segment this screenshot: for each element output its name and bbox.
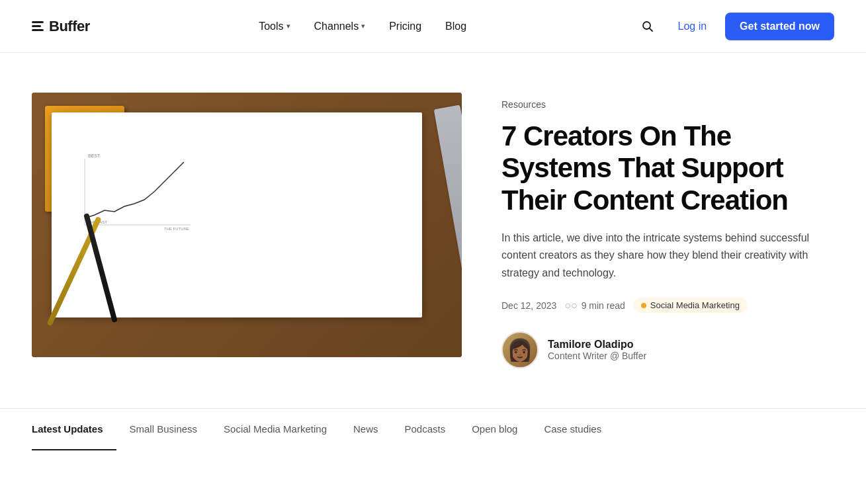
logo-text: Buffer [49,18,90,35]
author-row: 👩🏾 Tamilore Oladipo Content Writer @ Buf… [501,331,834,368]
tab-social-media-marketing[interactable]: Social Media Marketing [210,409,340,450]
ruler [434,105,462,279]
nav-item-channels[interactable]: Channels ▾ [305,15,375,38]
article-date: Dec 12, 2023 [501,300,556,311]
clock-icon: ○○ [564,300,577,312]
main-nav: Tools ▾ Channels ▾ Pricing Blog [249,15,476,38]
tab-news[interactable]: News [340,409,392,450]
hero-image: BEST THE PAST THE FUTURE [32,93,462,357]
nav-item-tools[interactable]: Tools ▾ [249,15,299,38]
hero-image-container: BEST THE PAST THE FUTURE [32,93,462,357]
tab-small-business[interactable]: Small Business [116,409,211,450]
search-icon [641,20,654,33]
nav-item-blog[interactable]: Blog [436,15,476,38]
search-button[interactable] [636,15,660,38]
author-title: Content Writer @ Buffer [548,351,646,361]
login-button[interactable]: Log in [670,15,715,38]
tab-open-blog[interactable]: Open blog [458,409,531,450]
tab-case-studies[interactable]: Case studies [531,409,615,450]
logo[interactable]: Buffer [32,18,90,35]
svg-line-1 [649,28,652,30]
hero-section: BEST THE PAST THE FUTURE Resources 7 Cre… [0,53,866,408]
nav-item-pricing[interactable]: Pricing [380,15,431,38]
logo-icon [32,21,44,31]
tabs-section: Latest Updates Small Business Social Med… [0,408,866,450]
author-info: Tamilore Oladipo Content Writer @ Buffer [548,339,646,361]
tab-latest-updates[interactable]: Latest Updates [32,409,116,450]
chevron-down-icon: ▾ [361,22,365,30]
svg-text:BEST: BEST [88,153,101,158]
tag-dot-icon [641,303,646,308]
hero-description: In this article, we dive into the intric… [501,230,834,282]
hero-title: 7 Creators On The Systems That Support T… [501,120,834,216]
get-started-button[interactable]: Get started now [725,13,834,40]
hero-content: Resources 7 Creators On The Systems That… [501,93,834,368]
article-tag[interactable]: Social Media Marketing [633,298,748,313]
site-header: Buffer Tools ▾ Channels ▾ Pricing Blog L… [0,0,866,53]
author-name: Tamilore Oladipo [548,339,646,351]
svg-text:THE FUTURE: THE FUTURE [164,227,189,231]
tab-podcasts[interactable]: Podcasts [392,409,459,450]
author-avatar: 👩🏾 [501,331,539,368]
nav-right: Log in Get started now [636,13,835,40]
read-time: ○○ 9 min read [564,300,625,312]
category-label: Resources [501,99,834,110]
tabs-list: Latest Updates Small Business Social Med… [32,409,834,450]
chevron-down-icon: ▾ [286,22,290,30]
meta-row: Dec 12, 2023 ○○ 9 min read Social Media … [501,298,834,313]
